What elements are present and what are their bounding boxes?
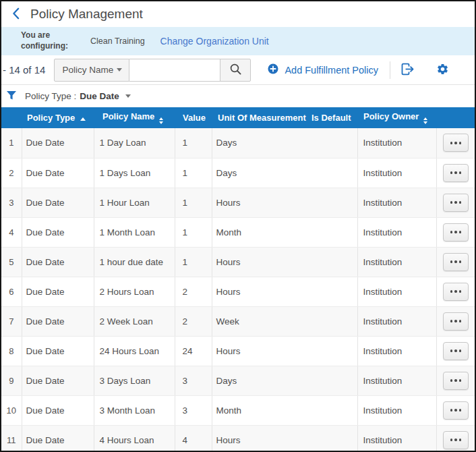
- cell-policy-type: Due Date: [22, 306, 94, 336]
- col-header-label: Unit Of Measurement: [218, 113, 306, 123]
- back-button[interactable]: [8, 5, 24, 23]
- row-number: 2: [1, 158, 22, 188]
- cell-is-default: [310, 158, 357, 188]
- row-number: 9: [1, 366, 22, 395]
- search-input[interactable]: [129, 59, 220, 82]
- cell-value: 4: [175, 425, 212, 452]
- search-icon: [229, 63, 242, 78]
- config-bar: You are configuring: Clean Training Chan…: [1, 27, 475, 55]
- cell-policy-owner: Institution: [357, 336, 436, 366]
- cell-policy-owner: Institution: [357, 128, 436, 158]
- col-header-value: Value: [175, 107, 212, 128]
- export-button[interactable]: [400, 62, 415, 78]
- search-button[interactable]: [220, 59, 251, 82]
- add-button-label: Add Fulfillment Policy: [285, 65, 378, 76]
- row-number: 4: [1, 217, 22, 247]
- configuring-label: You are configuring:: [21, 30, 78, 51]
- cell-unit-of-measurement: Hours: [212, 425, 310, 452]
- cell-is-default: [310, 425, 357, 452]
- cell-policy-type: Due Date: [22, 366, 94, 395]
- col-header-policy-name[interactable]: Policy Name: [94, 107, 175, 128]
- filter-bar: Policy Type : Due Date: [1, 85, 475, 107]
- row-number: 8: [1, 336, 22, 366]
- cell-value: 1: [175, 158, 212, 188]
- sort-icon: [159, 117, 163, 124]
- cell-policy-type: Due Date: [22, 247, 94, 277]
- cell-policy-name: 24 Hours Loan: [94, 336, 175, 366]
- col-header-policy-type[interactable]: Policy Type: [22, 107, 94, 128]
- cell-actions: [436, 247, 475, 277]
- add-fulfillment-policy-button[interactable]: Add Fulfillment Policy: [268, 63, 378, 76]
- cell-unit-of-measurement: Hours: [212, 336, 310, 366]
- table-row: 5Due Date1 hour due date1HoursInstitutio…: [1, 247, 475, 277]
- cell-policy-owner: Institution: [357, 366, 436, 395]
- cell-policy-type: Due Date: [22, 188, 94, 217]
- row-number: 6: [1, 277, 22, 306]
- cell-unit-of-measurement: Week: [212, 306, 310, 336]
- filter-value: Due Date: [80, 91, 119, 101]
- ellipsis-icon: [450, 349, 453, 352]
- row-actions-button[interactable]: [443, 253, 469, 271]
- ellipsis-icon: [450, 260, 453, 263]
- cell-unit-of-measurement: Month: [212, 395, 310, 425]
- cell-policy-name: 3 Month Loan: [94, 395, 175, 425]
- table-row: 8Due Date24 Hours Loan24HoursInstitution: [1, 336, 475, 366]
- cell-value: 2: [175, 306, 212, 336]
- row-actions-button[interactable]: [443, 372, 469, 390]
- row-number: 5: [1, 247, 22, 277]
- row-number: 3: [1, 188, 22, 217]
- row-actions-button[interactable]: [443, 283, 469, 301]
- col-header-policy-owner[interactable]: Policy Owner: [357, 107, 436, 128]
- table-header-row: Policy TypePolicy NameValueUnit Of Measu…: [1, 107, 475, 128]
- cell-value: 1: [175, 217, 212, 247]
- cell-is-default: [310, 366, 357, 395]
- sort-ascending-icon: [80, 117, 86, 121]
- cell-policy-owner: Institution: [357, 247, 436, 277]
- table-row: 6Due Date2 Hours Loan2HoursInstitution: [1, 277, 475, 306]
- table-row: 7Due Date2 Week Loan2WeekInstitution: [1, 306, 475, 336]
- row-actions-button[interactable]: [443, 312, 469, 331]
- cell-policy-name: 1 Month Loan: [94, 217, 175, 247]
- row-actions-button[interactable]: [443, 431, 469, 449]
- cell-is-default: [310, 395, 357, 425]
- cell-policy-owner: Institution: [357, 217, 436, 247]
- table-row: 9Due Date3 Days Loan3DaysInstitution: [1, 366, 475, 395]
- row-actions-button[interactable]: [443, 401, 469, 420]
- cell-policy-owner: Institution: [357, 188, 436, 217]
- cell-unit-of-measurement: Days: [212, 366, 310, 395]
- col-header-unit-of-measurement: Unit Of Measurement: [212, 107, 310, 128]
- col-header-is-default: Is Default: [310, 107, 357, 128]
- back-chevron-icon: [10, 6, 22, 23]
- page-title: Policy Management: [30, 7, 143, 22]
- cell-policy-type: Due Date: [22, 277, 94, 306]
- search-field-dropdown[interactable]: Policy Name: [54, 59, 129, 82]
- cell-policy-name: 1 Day Loan: [94, 128, 175, 158]
- col-header-label: Policy Type: [27, 113, 75, 123]
- cell-policy-name: 2 Hours Loan: [94, 277, 175, 306]
- col-header-label: Policy Owner: [363, 111, 419, 121]
- row-actions-button[interactable]: [443, 223, 469, 242]
- row-actions-button[interactable]: [443, 194, 469, 212]
- toolbar-actions: Add Fulfillment Policy: [268, 61, 449, 79]
- row-actions-button[interactable]: [443, 342, 469, 360]
- filter-value-dropdown[interactable]: Due Date: [76, 91, 131, 101]
- col-header-label: Is Default: [311, 113, 351, 123]
- table-row: 1Due Date1 Day Loan1DaysInstitution: [1, 128, 475, 158]
- cell-actions: [436, 425, 475, 452]
- cell-unit-of-measurement: Days: [212, 128, 310, 158]
- cell-value: 24: [175, 336, 212, 366]
- settings-button[interactable]: [436, 63, 449, 78]
- search-group: Policy Name: [54, 59, 251, 82]
- cell-actions: [436, 366, 475, 395]
- ellipsis-icon: [450, 379, 453, 382]
- table-row: 2Due Date1 Days Loan1DaysInstitution: [1, 158, 475, 188]
- row-actions-button[interactable]: [443, 134, 469, 152]
- change-organization-unit-link[interactable]: Change Organization Unit: [160, 36, 269, 47]
- row-number: 11: [1, 425, 22, 452]
- row-actions-button[interactable]: [443, 164, 469, 182]
- export-icon: [400, 62, 415, 78]
- cell-is-default: [310, 336, 357, 366]
- cell-actions: [436, 217, 475, 247]
- cell-actions: [436, 277, 475, 306]
- sort-icon: [423, 117, 427, 124]
